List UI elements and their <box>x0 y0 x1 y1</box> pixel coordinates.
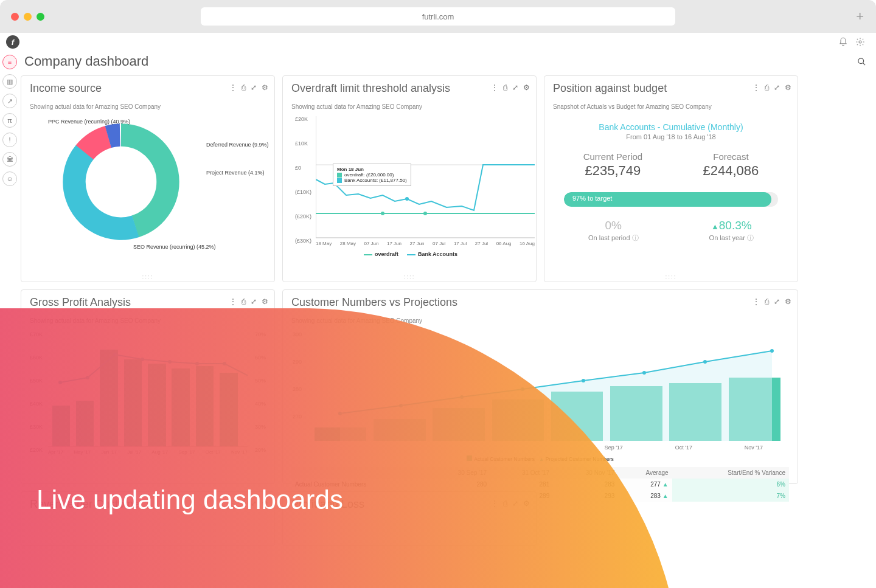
svg-marker-21 <box>340 351 772 441</box>
triangle-up-icon: ▲ <box>711 222 719 231</box>
card-menu-icon[interactable]: ⋮ <box>491 499 498 508</box>
card-settings-icon[interactable]: ⚙ <box>785 297 791 306</box>
sidebar-item-users[interactable]: ☺ <box>2 171 17 186</box>
svg-point-18 <box>195 362 199 365</box>
xtick: 07 Jul <box>433 241 445 246</box>
card-menu-icon[interactable]: ⋮ <box>229 499 237 508</box>
close-window-icon[interactable] <box>11 13 19 21</box>
ytick: 60% <box>255 355 266 361</box>
notifications-icon[interactable] <box>838 37 848 47</box>
resize-handle-icon[interactable]: :::: <box>403 274 415 280</box>
legend-item: Actual Customer Numbers <box>474 456 535 462</box>
donut-chart <box>48 115 194 249</box>
print-icon[interactable]: ⎙ <box>242 297 246 306</box>
ytick: 300 <box>293 331 302 337</box>
card-subtitle: Showing actual data for Amazing SEO Comp… <box>30 103 266 110</box>
resize-handle-icon[interactable]: :::: <box>665 274 676 280</box>
page-header: Company dashboard <box>21 51 870 75</box>
card-income-source: Income source ⋮ ⎙ ⤢ ⚙ Showing actual dat… <box>21 75 275 282</box>
xtick: Sep '17 <box>605 444 623 451</box>
svg-point-22 <box>338 412 342 415</box>
svg-point-1 <box>858 58 864 63</box>
xtick: 17 Jul <box>454 241 467 246</box>
card-profit-loss: Profit and Loss ⋮ ⎙ ⤢ ⚙ <box>282 491 537 546</box>
line-overlay <box>48 331 248 447</box>
card-settings-icon[interactable]: ⚙ <box>262 499 268 508</box>
sidebar-item-formulas[interactable]: π <box>2 113 17 128</box>
new-tab-icon[interactable]: + <box>856 9 864 24</box>
card-settings-icon[interactable]: ⚙ <box>523 499 530 508</box>
expand-icon[interactable]: ⤢ <box>512 83 518 92</box>
print-icon[interactable]: ⎙ <box>242 499 246 508</box>
svg-point-17 <box>168 360 172 364</box>
resize-handle-icon[interactable]: :::: <box>142 274 153 280</box>
print-icon[interactable]: ⎙ <box>765 297 769 306</box>
xtick: 27 Jul <box>475 241 488 246</box>
settings-gear-icon[interactable] <box>855 37 865 47</box>
expand-icon[interactable]: ⤢ <box>251 83 257 92</box>
svg-point-0 <box>859 41 861 43</box>
svg-point-15 <box>113 353 117 356</box>
table-row: Actual Customer Numbers 280 281 283 277 … <box>291 479 789 490</box>
info-icon[interactable]: ⓘ <box>747 234 754 241</box>
expand-icon[interactable]: ⤢ <box>774 297 780 306</box>
card-revenue-per-customer: Revenue per Customer ⋮ ⎙ ⤢ ⚙ <box>21 491 275 546</box>
xtick: 27 Jun <box>410 241 425 246</box>
address-bar[interactable]: futrli.com <box>201 7 675 26</box>
xtick: Aug '17 <box>151 449 168 455</box>
expand-icon[interactable]: ⤢ <box>512 499 518 508</box>
info-icon[interactable]: ⓘ <box>632 234 639 241</box>
app-logo-icon[interactable]: f <box>6 35 19 49</box>
xtick: Sep '17 <box>179 449 195 455</box>
ytick: 30% <box>255 424 266 430</box>
sidebar-item-trends[interactable]: ↗ <box>2 94 17 108</box>
card-menu-icon[interactable]: ⋮ <box>229 83 237 92</box>
print-icon[interactable]: ⎙ <box>503 83 507 92</box>
card-menu-icon[interactable]: ⋮ <box>491 83 498 92</box>
expand-icon[interactable]: ⤢ <box>774 83 780 92</box>
progress-bar: 97% to target <box>564 192 778 207</box>
xtick: Apr '17 <box>48 449 63 455</box>
print-icon[interactable]: ⎙ <box>242 83 246 92</box>
ytick: £10K <box>295 140 308 147</box>
xtick: Nov '17 <box>231 449 248 455</box>
card-menu-icon[interactable]: ⋮ <box>753 83 760 92</box>
card-settings-icon[interactable]: ⚙ <box>523 83 530 92</box>
minimize-window-icon[interactable] <box>24 13 32 21</box>
expand-icon[interactable]: ⤢ <box>251 499 257 508</box>
sidebar-item-bank[interactable]: 🏛 <box>2 152 17 167</box>
forecast-label: Forecast <box>703 151 759 162</box>
cell: 277 ▲ <box>618 479 672 490</box>
card-menu-icon[interactable]: ⋮ <box>753 297 760 306</box>
xtick: 06 Aug <box>496 241 512 246</box>
svg-point-19 <box>223 362 226 365</box>
cell: 283 <box>553 479 618 490</box>
maximize-window-icon[interactable] <box>36 13 44 21</box>
bank-icon: 🏛 <box>7 156 13 163</box>
expand-icon[interactable]: ⤢ <box>251 297 257 306</box>
search-icon[interactable] <box>857 57 866 66</box>
xtick: 07 Jun <box>364 241 378 246</box>
svg-point-14 <box>86 376 89 379</box>
triangle-up-icon: ▲ <box>662 481 669 488</box>
print-icon[interactable]: ⎙ <box>765 83 769 92</box>
sliders-icon: ≡ <box>8 58 12 66</box>
projection-line <box>310 331 783 441</box>
svg-point-16 <box>141 358 144 361</box>
xtick: Oct '17 <box>675 444 692 451</box>
card-settings-icon[interactable]: ⚙ <box>262 83 268 92</box>
sidebar-item-reports[interactable]: ▥ <box>2 74 17 89</box>
stat-last-year-sub: On last year <box>709 234 745 241</box>
sidebar-item-alerts[interactable]: ! <box>2 133 17 147</box>
ytick: 70% <box>255 331 266 337</box>
print-icon[interactable]: ⎙ <box>503 499 507 508</box>
xtick: 18 May <box>316 241 332 246</box>
card-subtitle: Showing actual data for Amazing SEO Comp… <box>30 317 266 324</box>
page-title: Company dashboard <box>24 54 148 69</box>
card-settings-icon[interactable]: ⚙ <box>262 297 268 306</box>
card-menu-icon[interactable]: ⋮ <box>229 297 237 306</box>
xtick: Nov '17 <box>745 444 763 451</box>
card-settings-icon[interactable]: ⚙ <box>785 83 791 92</box>
sidebar-item-dashboard[interactable]: ≡ <box>2 55 17 69</box>
donut-label-ppc: PPC Revenue (recurring) (40.9%) <box>48 119 130 125</box>
